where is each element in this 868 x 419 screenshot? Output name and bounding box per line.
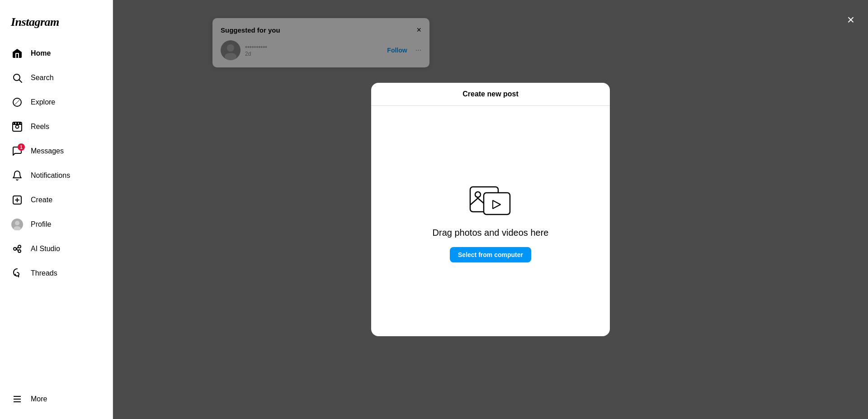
instagram-logo[interactable]: Instagram	[5, 7, 107, 42]
media-upload-icon	[468, 180, 513, 219]
sidebar-item-search[interactable]: Search	[5, 66, 107, 90]
sidebar: Instagram Home Search Explore	[0, 0, 113, 419]
notifications-icon	[11, 169, 24, 182]
sidebar-item-notifications[interactable]: Notifications	[5, 164, 107, 187]
sidebar-home-label: Home	[31, 49, 51, 57]
sidebar-profile-label: Profile	[31, 220, 51, 229]
sidebar-item-ai-studio[interactable]: AI Studio	[5, 237, 107, 261]
sidebar-item-home[interactable]: Home	[5, 42, 107, 65]
sidebar-item-create[interactable]: Create	[5, 188, 107, 212]
svg-point-17	[18, 245, 21, 248]
svg-marker-3	[15, 100, 19, 105]
svg-line-1	[19, 80, 22, 83]
svg-point-7	[14, 123, 15, 124]
messages-icon: 1	[11, 145, 24, 157]
explore-icon	[11, 96, 24, 109]
drag-text: Drag photos and videos here	[433, 228, 549, 238]
sidebar-search-label: Search	[31, 74, 54, 82]
svg-point-9	[19, 123, 20, 124]
svg-point-18	[18, 250, 21, 252]
modal-header: Create new post	[371, 83, 610, 106]
search-icon	[11, 71, 24, 84]
reels-icon	[11, 120, 24, 133]
ai-studio-icon	[11, 243, 24, 255]
messages-badge: 1	[18, 143, 25, 151]
sidebar-ai-studio-label: AI Studio	[31, 245, 60, 253]
main-content: Suggested for you × •••••••••• 2d Follow…	[113, 0, 868, 419]
svg-point-8	[17, 123, 18, 124]
sidebar-item-more[interactable]: More	[5, 387, 107, 411]
svg-point-14	[15, 221, 19, 225]
sidebar-item-messages[interactable]: 1 Messages	[5, 139, 107, 163]
sidebar-more-label: More	[31, 395, 47, 403]
create-icon	[11, 194, 24, 206]
sidebar-item-reels[interactable]: Reels	[5, 115, 107, 138]
sidebar-item-explore[interactable]: Explore	[5, 90, 107, 114]
sidebar-create-label: Create	[31, 196, 52, 204]
svg-point-5	[16, 125, 19, 129]
sidebar-notifications-label: Notifications	[31, 171, 70, 180]
create-post-modal: Create new post Drag photos and video	[371, 83, 610, 336]
sidebar-item-profile[interactable]: Profile	[5, 213, 107, 236]
svg-rect-29	[484, 193, 510, 214]
more-icon	[11, 393, 24, 405]
sidebar-messages-label: Messages	[31, 147, 64, 155]
select-from-computer-button[interactable]: Select from computer	[450, 247, 531, 262]
modal-body: Drag photos and videos here Select from …	[371, 106, 610, 336]
sidebar-threads-label: Threads	[31, 269, 57, 277]
svg-line-20	[16, 249, 18, 251]
page-close-button[interactable]: ×	[847, 14, 854, 26]
profile-avatar	[11, 218, 24, 231]
sidebar-reels-label: Reels	[31, 123, 49, 131]
home-icon	[11, 47, 24, 60]
modal-title: Create new post	[462, 90, 519, 98]
sidebar-explore-label: Explore	[31, 98, 55, 106]
svg-point-16	[14, 248, 16, 250]
sidebar-item-threads[interactable]: Threads	[5, 262, 107, 285]
threads-icon	[11, 267, 24, 280]
modal-overlay[interactable]: Create new post Drag photos and video	[113, 0, 868, 419]
